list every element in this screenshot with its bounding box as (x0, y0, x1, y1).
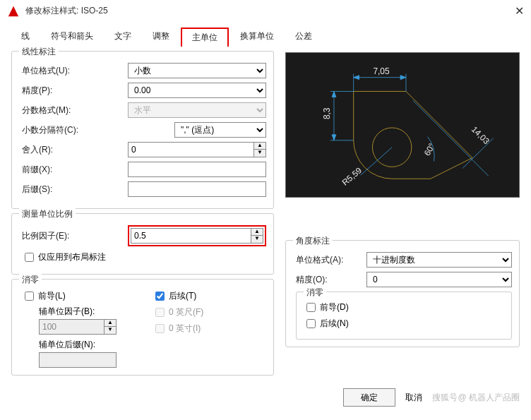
angular-precision-label: 精度(O): (296, 274, 366, 286)
round-off-spinner[interactable]: ▲▼ (253, 142, 266, 157)
leading-checkbox[interactable] (25, 292, 34, 301)
angular-unit-format-label: 单位格式(A): (296, 254, 366, 266)
angular-zero-group: 消零 前导(D) 后续(N) (296, 292, 512, 340)
trailing-label: 后续(T) (169, 290, 196, 302)
tab-primary-units[interactable]: 主单位 (181, 28, 229, 47)
svg-marker-4 (354, 76, 359, 80)
preview-dim-left: 8,3 (322, 107, 332, 119)
suffix-label: 后缀(S): (22, 184, 128, 196)
scale-factor-label: 比例因子(E): (22, 230, 128, 242)
zero-suppression-group: 消零 前导(L) 辅单位因子(B): ▲▼ 辅单位后缀(N): (11, 279, 274, 376)
unit-format-label: 单位格式(U): (22, 65, 128, 77)
suffix-input[interactable] (128, 181, 266, 197)
angular-leading-checkbox[interactable] (306, 303, 316, 312)
preview-dim-angle: 60° (422, 141, 437, 157)
zero-group-label: 消零 (19, 274, 42, 286)
angular-trailing-checkbox[interactable] (306, 319, 316, 328)
tab-symbols-arrows[interactable]: 符号和箭头 (41, 28, 103, 47)
angular-unit-format-select[interactable]: 十进制度数 (366, 252, 512, 268)
svg-marker-9 (332, 91, 336, 97)
measurement-scale-group: 测量单位比例 比例因子(E): ▲▼ 仅应用到布局标注 (11, 213, 274, 275)
feet-checkbox (155, 308, 165, 317)
decimal-separator-label: 小数分隔符(C): (22, 124, 128, 136)
angular-dimension-group: 角度标注 单位格式(A): 十进制度数 精度(O): 0 消零 前导(D) 后续… (285, 240, 520, 347)
fraction-format-label: 分数格式(M): (22, 104, 128, 116)
aux-factor-spinner: ▲▼ (104, 319, 117, 335)
app-logo-icon (7, 5, 20, 18)
linear-group-label: 线性标注 (19, 46, 59, 58)
tab-text[interactable]: 文字 (105, 28, 141, 47)
angular-trailing-label: 后续(N) (320, 318, 349, 330)
close-icon[interactable]: ✕ (515, 4, 524, 18)
angular-zero-group-label: 消零 (304, 287, 326, 299)
layout-only-checkbox[interactable] (25, 253, 34, 262)
round-off-label: 舍入(R): (22, 144, 128, 156)
tab-fit[interactable]: 调整 (143, 28, 179, 47)
cancel-button[interactable]: 取消 (405, 392, 422, 404)
inch-label: 0 英寸(I) (169, 323, 201, 335)
precision-label: 精度(P): (22, 85, 128, 97)
aux-suffix-label: 辅单位后缀(N): (39, 339, 136, 351)
angular-group-label: 角度标注 (293, 235, 333, 247)
angular-precision-select[interactable]: 0 (366, 272, 512, 287)
angular-leading-label: 前导(D) (320, 301, 349, 313)
round-off-input[interactable] (128, 142, 253, 157)
svg-line-11 (361, 148, 393, 176)
fraction-format-select: 水平 (128, 102, 266, 118)
preview-dim-top: 7,05 (373, 66, 390, 76)
feet-label: 0 英尺(F) (169, 306, 203, 318)
aux-suffix-input (39, 352, 117, 368)
unit-format-select[interactable]: 小数 (128, 63, 266, 78)
inch-checkbox (155, 324, 165, 333)
preview-dim-radius: R5,59 (340, 165, 364, 187)
trailing-checkbox[interactable] (155, 292, 165, 301)
decimal-separator-select[interactable]: "," (逗点) (174, 122, 266, 138)
dialog-title: 修改标注样式: ISO-25 (25, 5, 515, 17)
aux-factor-label: 辅单位因子(B): (39, 306, 136, 318)
preview-pane: 7,05 8,3 R5,59 60° 14,03 (285, 52, 520, 198)
svg-marker-5 (400, 76, 406, 80)
scale-group-label: 测量单位比例 (19, 208, 76, 220)
linear-dimension-group: 线性标注 单位格式(U): 小数 精度(P): 0.00 分数格式(M): 水平… (11, 51, 274, 209)
prefix-input[interactable] (128, 162, 266, 177)
tab-alt-units[interactable]: 换算单位 (230, 28, 284, 47)
scale-factor-spinner[interactable]: ▲▼ (251, 228, 263, 244)
scale-factor-input[interactable] (131, 228, 251, 244)
tab-tolerances[interactable]: 公差 (285, 28, 322, 47)
tab-lines[interactable]: 线 (11, 28, 40, 47)
leading-label: 前导(L) (38, 290, 66, 302)
svg-line-13 (463, 138, 494, 169)
layout-only-label: 仅应用到布局标注 (38, 251, 106, 263)
precision-select[interactable]: 0.00 (128, 83, 266, 98)
svg-marker-10 (332, 135, 336, 140)
watermark-text: 搜狐号@ 机器人产品圈 (432, 392, 520, 404)
ok-button[interactable]: 确定 (343, 388, 395, 407)
prefix-label: 前缀(X): (22, 164, 128, 176)
aux-factor-input (39, 319, 104, 335)
